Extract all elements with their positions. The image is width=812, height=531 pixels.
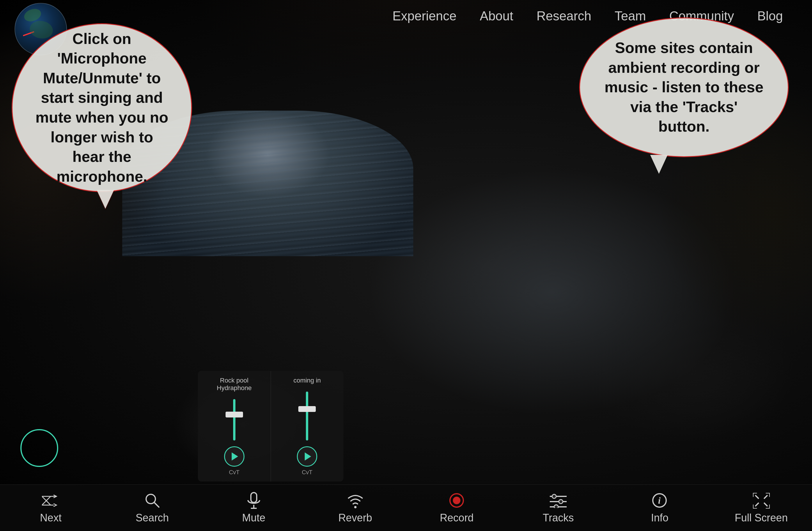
svg-text:i: i xyxy=(658,495,661,506)
toolbar-next[interactable]: Next xyxy=(21,492,80,524)
toolbar-mute[interactable]: Mute xyxy=(225,492,283,524)
svg-point-15 xyxy=(554,505,558,508)
toolbar-fullscreen[interactable]: Full Screen xyxy=(732,492,791,524)
channel-2-fader-handle[interactable] xyxy=(298,406,316,412)
mixer-panel: Rock pool Hydraphone CvT coming in CvT xyxy=(198,371,344,482)
info-icon: i xyxy=(651,492,668,510)
toolbar-info[interactable]: i Info xyxy=(631,492,689,524)
svg-line-21 xyxy=(764,503,767,506)
channel-1-play[interactable] xyxy=(224,446,245,467)
svg-line-3 xyxy=(154,502,159,507)
toolbar-tracks-label: Tracks xyxy=(543,512,574,524)
speech-bubble-tracks-text: Some sites contain ambient recording or … xyxy=(603,38,765,137)
nav-blog[interactable]: Blog xyxy=(757,9,783,23)
svg-point-13 xyxy=(552,494,556,498)
toolbar-mute-label: Mute xyxy=(242,512,265,524)
channel-1-cvt: CvT xyxy=(229,469,240,476)
toolbar-next-label: Next xyxy=(40,512,61,524)
toolbar: Next Search Mute xyxy=(0,485,812,531)
record-icon xyxy=(448,492,465,510)
speech-bubble-microphone: Click on 'Microphone Mute/Unmute' to sta… xyxy=(12,23,192,192)
nav-about[interactable]: About xyxy=(480,9,513,23)
svg-point-14 xyxy=(559,500,563,504)
svg-line-18 xyxy=(755,495,759,499)
toolbar-reverb-label: Reverb xyxy=(338,512,372,524)
speech-bubble-microphone-text: Click on 'Microphone Mute/Unmute' to sta… xyxy=(33,29,171,187)
nav-experience[interactable]: Experience xyxy=(392,9,456,23)
channel-2-fader[interactable] xyxy=(306,391,308,441)
toolbar-fullscreen-label: Full Screen xyxy=(735,512,788,524)
toolbar-reverb[interactable]: Reverb xyxy=(326,492,385,524)
mixer-channel-1: Rock pool Hydraphone CvT xyxy=(198,371,271,482)
channel-1-fader-handle[interactable] xyxy=(226,412,243,417)
search-icon xyxy=(144,492,161,510)
toolbar-record[interactable]: Record xyxy=(427,492,486,524)
nav-research[interactable]: Research xyxy=(537,9,591,23)
channel-2-cvt: CvT xyxy=(302,469,313,476)
toolbar-info-label: Info xyxy=(651,512,668,524)
channel-2-play[interactable] xyxy=(297,446,317,467)
channel-1-label: Rock pool Hydraphone xyxy=(202,377,266,392)
svg-point-7 xyxy=(354,506,357,508)
channel-1-fader[interactable] xyxy=(233,399,235,441)
svg-point-9 xyxy=(453,497,461,504)
fullscreen-icon xyxy=(753,492,770,510)
svg-line-20 xyxy=(755,503,759,506)
circle-indicator xyxy=(20,429,58,467)
toolbar-search[interactable]: Search xyxy=(123,492,181,524)
shuffle-icon xyxy=(42,492,59,510)
wifi-icon xyxy=(347,492,364,510)
svg-line-19 xyxy=(764,495,767,499)
channel-2-label: coming in xyxy=(293,377,321,384)
toolbar-search-label: Search xyxy=(136,512,169,524)
toolbar-record-label: Record xyxy=(440,512,474,524)
svg-rect-4 xyxy=(251,492,257,502)
sliders-icon xyxy=(550,492,567,510)
mic-icon xyxy=(245,492,262,510)
toolbar-tracks[interactable]: Tracks xyxy=(529,492,587,524)
mixer-channel-2: coming in CvT xyxy=(271,371,344,482)
nav-team[interactable]: Team xyxy=(615,9,646,23)
speech-bubble-tracks: Some sites contain ambient recording or … xyxy=(579,17,789,157)
